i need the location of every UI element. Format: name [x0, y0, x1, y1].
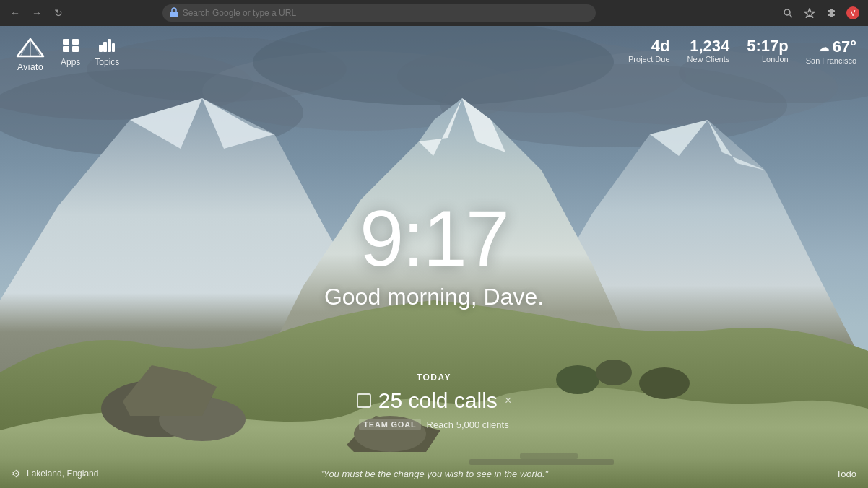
apps-grid-icon	[63, 39, 79, 54]
svg-rect-40	[99, 45, 103, 52]
team-goal-row: TEAM GOAL Reach 5,000 clients	[326, 419, 542, 430]
nav-item-apps[interactable]: Apps	[61, 39, 80, 67]
svg-rect-39	[72, 46, 79, 52]
topics-chart-icon	[99, 39, 115, 54]
todo-button[interactable]: Todo	[836, 469, 856, 479]
london-label: London	[762, 55, 789, 64]
clock-display: 9:17	[324, 199, 544, 278]
lock-icon	[170, 7, 178, 19]
bottom-bar: ⚙ Lakeland, England "You must be the cha…	[0, 459, 868, 488]
project-due-label: Project Due	[628, 55, 669, 64]
svg-point-28	[596, 360, 632, 385]
todo-task-text: 25 cold calls	[378, 388, 498, 413]
extensions-icon-btn[interactable]	[822, 4, 841, 22]
logo-area[interactable]: Aviato	[14, 38, 46, 72]
svg-rect-36	[63, 39, 69, 45]
new-clients-label: New Clients	[687, 55, 730, 64]
svg-rect-38	[63, 46, 69, 52]
location-text: Lakeland, England	[27, 469, 98, 479]
center-content: 9:17 Good morning, Dave.	[324, 199, 544, 310]
svg-rect-37	[72, 39, 79, 45]
greeting-text: Good morning, Dave.	[324, 284, 544, 310]
url-input[interactable]	[183, 8, 589, 18]
svg-rect-43	[112, 43, 115, 52]
svg-text:V: V	[851, 9, 856, 17]
team-goal-badge: TEAM GOAL	[359, 419, 420, 430]
stats-area: 4d Project Due 1,234 New Clients 5:17p L…	[628, 38, 856, 65]
quote-text: "You must be the change you wish to see …	[320, 469, 548, 479]
team-goal-text: Reach 5,000 clients	[427, 419, 509, 430]
settings-icon[interactable]: ⚙	[12, 468, 21, 479]
new-clients-stat[interactable]: 1,234 New Clients	[687, 38, 730, 65]
forward-button[interactable]: →	[27, 4, 46, 22]
bookmark-icon-btn[interactable]	[800, 4, 819, 22]
svg-line-35	[30, 39, 40, 56]
svg-line-34	[20, 39, 30, 56]
svg-rect-0	[170, 12, 178, 17]
today-section: TODAY 25 cold calls × TEAM GOAL Reach 5,…	[326, 372, 542, 430]
aviato-logo-icon	[14, 38, 46, 58]
svg-rect-31	[520, 453, 578, 459]
weather-stat[interactable]: ☁ 67° San Francisco	[806, 38, 856, 65]
search-icon-btn[interactable]	[778, 4, 797, 22]
svg-line-2	[789, 15, 792, 18]
reload-button[interactable]: ↻	[49, 4, 68, 22]
todo-close-button[interactable]: ×	[505, 394, 511, 407]
cloud-icon: ☁	[818, 40, 830, 54]
svg-point-29	[639, 367, 690, 399]
svg-point-27	[556, 365, 599, 394]
profile-icon-btn[interactable]: V	[843, 4, 862, 22]
project-due-value: 4d	[651, 38, 670, 55]
weather-temp: 67°	[833, 38, 856, 56]
london-time-value: 5:17p	[747, 38, 788, 55]
todo-item[interactable]: 25 cold calls ×	[326, 388, 542, 413]
browser-nav-buttons: ← → ↻	[6, 4, 68, 22]
topics-label: Topics	[95, 57, 119, 67]
address-bar[interactable]	[162, 4, 596, 22]
svg-marker-3	[804, 9, 815, 17]
logo-text: Aviato	[17, 62, 43, 72]
project-due-stat[interactable]: 4d Project Due	[628, 38, 669, 65]
browser-actions: V	[778, 4, 862, 22]
nav-item-topics[interactable]: Topics	[95, 39, 119, 67]
browser-chrome: ← → ↻	[0, 0, 868, 26]
apps-label: Apps	[61, 57, 80, 67]
bottom-left[interactable]: ⚙ Lakeland, England	[12, 468, 98, 479]
today-label: TODAY	[326, 372, 542, 383]
london-time-stat[interactable]: 5:17p London	[747, 38, 788, 65]
new-clients-value: 1,234	[690, 38, 729, 55]
todo-checkbox[interactable]	[357, 393, 371, 408]
weather-city: San Francisco	[806, 56, 856, 65]
main-area: Aviato Apps	[0, 26, 868, 488]
svg-rect-42	[108, 39, 111, 52]
svg-rect-41	[103, 42, 107, 52]
svg-point-1	[784, 9, 790, 15]
back-button[interactable]: ←	[6, 4, 25, 22]
nav-items: Apps Topics	[61, 39, 119, 67]
